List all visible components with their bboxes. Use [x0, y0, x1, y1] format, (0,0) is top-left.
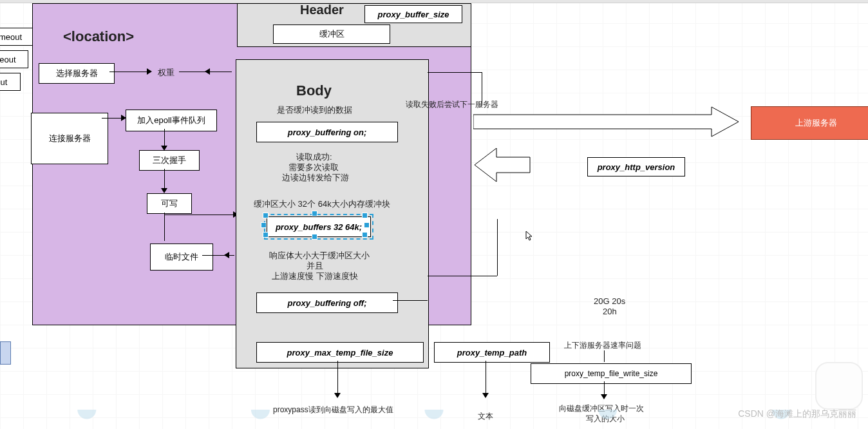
temp-path-box[interactable]: proxy_temp_path: [434, 342, 550, 363]
writable-box[interactable]: 可写: [147, 193, 192, 214]
sel-handle-se[interactable]: [362, 232, 368, 238]
select-server-box[interactable]: 选择服务器: [39, 63, 115, 84]
epoll-box[interactable]: 加入epoll事件队列: [126, 110, 217, 131]
stats2: 20h: [603, 307, 617, 316]
edge-box-3: ut: [0, 73, 21, 91]
tempfile-box[interactable]: 临时文件: [150, 243, 213, 271]
bluebit: [0, 341, 11, 365]
sel-handle-s[interactable]: [312, 234, 317, 240]
stats1: 20G 20s: [594, 296, 625, 306]
proxy-buffer-size-box[interactable]: proxy_buffer_size: [364, 5, 462, 23]
sel-handle-e[interactable]: [364, 222, 370, 228]
weight-label: 权重: [158, 67, 175, 79]
sel-handle-w[interactable]: [261, 222, 267, 228]
read-ok-3: 边读边转发给下游: [282, 172, 349, 184]
body-is-buffer: 是否缓冲读到的数据: [277, 104, 352, 116]
sel-handle-sw[interactable]: [263, 232, 269, 238]
upstream-server-box[interactable]: 上游服务器: [751, 106, 868, 140]
location-title: <location>: [63, 28, 134, 45]
watermark: CSDN @海滩上的那乌克丽丽: [738, 408, 856, 420]
proxy-buffers-box[interactable]: proxy_buffers 32 64k;: [267, 216, 371, 237]
http-version-box[interactable]: proxy_http_version: [587, 157, 685, 176]
body-title: Body: [296, 82, 332, 99]
edge-box-2: eout: [0, 50, 28, 68]
sel-handle-n[interactable]: [312, 211, 317, 216]
diagram-canvas[interactable]: meout eout ut <location> 选择服务器 权重 连接服务器 …: [0, 0, 868, 429]
buffering-off-box[interactable]: proxy_buffering off;: [256, 292, 398, 313]
sel-handle-ne[interactable]: [362, 213, 368, 218]
svg-marker-1: [475, 148, 530, 182]
corner-blob: [815, 362, 863, 410]
buf-desc: 缓冲区大小 32个 64k大小内存缓冲块: [254, 198, 390, 210]
big-arrow-right: [473, 106, 741, 138]
svg-marker-0: [473, 107, 739, 137]
rate-issue-label: 上下游服务器速率问题: [564, 340, 641, 351]
edge-box-1: meout: [0, 28, 33, 46]
connect-server-box[interactable]: 连接服务器: [31, 113, 108, 164]
header-title: Header: [300, 3, 344, 17]
buffer-box[interactable]: 缓冲区: [273, 24, 390, 44]
sel-handle-nw[interactable]: [263, 213, 269, 218]
write-size-box[interactable]: proxy_temp_file_write_size: [531, 363, 692, 384]
resp3: 上游速度慢 下游速度快: [272, 271, 358, 282]
big-arrow-left: [473, 147, 531, 183]
mouse-cursor-icon: [525, 231, 532, 240]
handshake-box[interactable]: 三次握手: [139, 150, 200, 171]
buffering-on-box[interactable]: proxy_buffering on;: [256, 122, 398, 142]
max-temp-file-size-box[interactable]: proxy_max_temp_file_size: [256, 342, 424, 363]
